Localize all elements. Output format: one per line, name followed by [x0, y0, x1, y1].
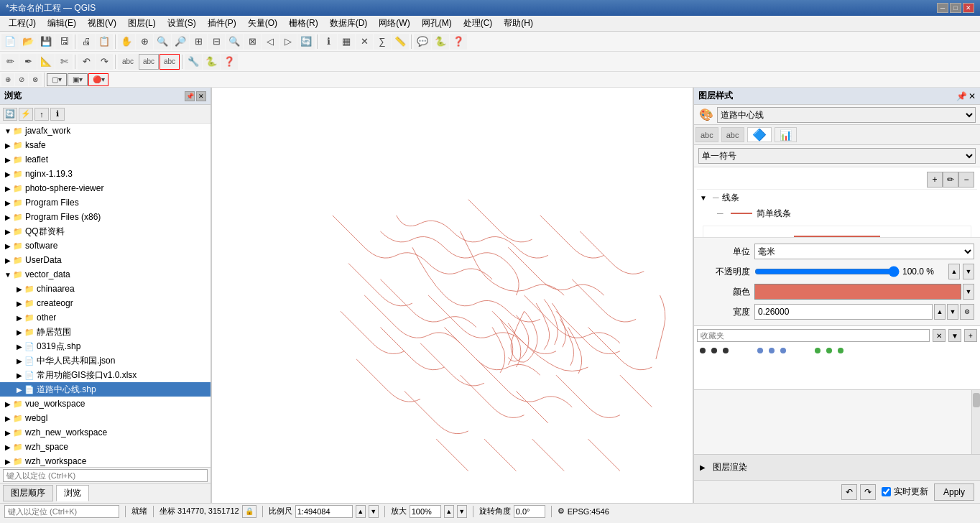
edit-btn-2[interactable]: ↷	[96, 54, 113, 70]
help-button[interactable]: ❓	[450, 34, 467, 50]
stats-button[interactable]: ∑	[374, 34, 391, 50]
zoom-selection-button[interactable]: ⊟	[208, 34, 225, 50]
magnify-up-button[interactable]: ▲	[444, 505, 454, 518]
snap-btn-3[interactable]: ⊗	[29, 73, 42, 86]
symbol-tab-abc-2[interactable]: abc	[721, 127, 744, 142]
scrollbar-thumb[interactable]	[973, 393, 980, 407]
menu-settings[interactable]: 设置(S)	[162, 16, 202, 31]
digitize-btn-1[interactable]: ✏	[1, 54, 19, 70]
opacity-down-button[interactable]: ▼	[963, 264, 974, 279]
zoom-full-button[interactable]: ⊞	[190, 34, 207, 50]
opacity-slider[interactable]	[754, 266, 900, 277]
symbol-tree-root[interactable]: ▼ ─ 线条	[697, 190, 977, 205]
tree-item[interactable]: ▶📁UserData	[0, 253, 211, 267]
layer-select-dropdown[interactable]: 道路中心线	[717, 107, 976, 123]
tree-item[interactable]: ▶📁静居范围	[0, 325, 211, 339]
report-button[interactable]: 📋	[96, 34, 113, 50]
open-project-button[interactable]: 📂	[19, 34, 37, 50]
tree-item[interactable]: ▼📁vector_data	[0, 267, 211, 282]
tree-item[interactable]: ▶📁Program Files (x86)	[0, 210, 211, 224]
tree-item[interactable]: ▶📁Program Files	[0, 195, 211, 210]
tree-item[interactable]: ▶📁wzh_new_workspace	[0, 425, 211, 440]
sidebar-info-button[interactable]: ℹ	[50, 108, 65, 121]
digitize-btn-2[interactable]: ✒	[19, 54, 37, 70]
scale-down-button[interactable]: ▼	[369, 505, 379, 518]
tree-item[interactable]: ▶📁wzh_space	[0, 440, 211, 454]
menu-project[interactable]: 工程(J)	[3, 16, 42, 31]
menu-layer[interactable]: 图层(L)	[122, 16, 162, 31]
favorites-add-button[interactable]: +	[964, 329, 977, 342]
tree-item[interactable]: ▶📄0319点.shp	[0, 339, 211, 353]
tree-item[interactable]: ▶📁QQ群资料	[0, 224, 211, 239]
select-button[interactable]: ▦	[338, 34, 355, 50]
color-picker-button[interactable]	[754, 284, 961, 300]
zoom-out-button[interactable]: 🔎	[172, 34, 189, 50]
symbol-remove-button[interactable]: −	[958, 172, 974, 188]
pan-to-selection-button[interactable]: ⊕	[136, 34, 153, 50]
rp-close-button[interactable]: ✕	[969, 91, 976, 101]
symbol-edit-button[interactable]: ✏	[943, 172, 958, 188]
favorites-clear-button[interactable]: ✕	[933, 329, 946, 342]
zoom-prev-button[interactable]: ◁	[262, 34, 279, 50]
misc-btn-3[interactable]: ❓	[221, 54, 238, 70]
realtime-checkbox[interactable]	[882, 487, 891, 496]
layer-render-section[interactable]: ▶ 图层渲染	[694, 454, 980, 480]
new-project-button[interactable]: 📄	[1, 34, 19, 50]
symbol-tab-chart[interactable]: 📊	[775, 127, 797, 142]
symbol-add-button[interactable]: +	[927, 172, 943, 188]
width-up-button[interactable]: ▲	[934, 304, 946, 320]
magnify-down-button[interactable]: ▼	[457, 505, 467, 518]
tab-browse[interactable]: 浏览	[56, 485, 89, 501]
digitize-btn-4[interactable]: ✄	[55, 54, 73, 70]
identify-button[interactable]: ℹ	[320, 34, 337, 50]
color-dropdown-button[interactable]: ▼	[963, 284, 974, 300]
undo-button[interactable]: ↶	[841, 484, 857, 500]
symbol-tab-abc-1[interactable]: abc	[695, 127, 718, 142]
tree-item[interactable]: ▶📁webgl	[0, 411, 211, 425]
tree-item[interactable]: ▶📁leaflet	[0, 152, 211, 167]
width-expr-button[interactable]: ⚙	[960, 304, 974, 320]
symbol-tab-3d[interactable]: 🔷	[747, 127, 772, 142]
measure-button[interactable]: 📏	[392, 34, 409, 50]
menu-view[interactable]: 视图(V)	[82, 16, 122, 31]
menu-vector[interactable]: 矢量(O)	[242, 16, 283, 31]
scale-input[interactable]	[295, 505, 353, 518]
sidebar-close-button[interactable]: ✕	[196, 91, 206, 101]
tree-item[interactable]: ▼📁javafx_work	[0, 124, 211, 138]
scale-up-button[interactable]: ▲	[356, 505, 366, 518]
save-project-button[interactable]: 💾	[37, 34, 55, 50]
map-area[interactable]	[212, 88, 693, 503]
edit-btn-1[interactable]: ↶	[78, 54, 95, 70]
rp-scrollbar[interactable]	[971, 390, 980, 454]
favorites-menu-button[interactable]: ▼	[948, 329, 961, 342]
menu-raster[interactable]: 栅格(R)	[283, 16, 324, 31]
sidebar-search-input[interactable]	[3, 469, 208, 482]
zoom-in-button[interactable]: 🔍	[154, 34, 171, 50]
unit-select[interactable]: 毫米	[754, 244, 974, 259]
tree-item[interactable]: ▶📁nginx-1.19.3	[0, 167, 211, 181]
width-input[interactable]	[754, 304, 933, 320]
tab-layer-order[interactable]: 图层顺序	[3, 485, 53, 501]
sidebar-filter-button[interactable]: ⚡	[19, 108, 33, 121]
label-btn-1[interactable]: abc	[118, 54, 138, 70]
tree-item[interactable]: ▶📁chinaarea	[0, 282, 211, 296]
sidebar-collapse-button[interactable]: ↑	[34, 108, 49, 121]
select-btn-2[interactable]: ▣▾	[68, 73, 88, 86]
select-rect-btn[interactable]: ▢▾	[47, 73, 67, 86]
rotation-input[interactable]	[514, 505, 545, 518]
tree-item[interactable]: ▶📁other	[0, 310, 211, 325]
tree-item[interactable]: ▶📄中华人民共和国.json	[0, 353, 211, 368]
snap-btn-1[interactable]: ⊕	[1, 73, 14, 86]
menu-plugin[interactable]: 插件(P)	[202, 16, 242, 31]
close-button[interactable]: ✕	[963, 3, 974, 13]
magnify-input[interactable]	[410, 505, 441, 518]
statusbar-search-input[interactable]	[4, 505, 119, 518]
misc-btn-1[interactable]: 🔧	[185, 54, 202, 70]
label-btn-2[interactable]: abc	[139, 54, 159, 70]
tree-item[interactable]: ▶📁software	[0, 239, 211, 253]
maximize-button[interactable]: □	[950, 3, 961, 13]
minimize-button[interactable]: ─	[937, 3, 948, 13]
menu-processing[interactable]: 处理(C)	[458, 16, 499, 31]
favorites-search-input[interactable]	[697, 329, 930, 342]
tree-item[interactable]: ▶📁wzh_workspace	[0, 454, 211, 467]
